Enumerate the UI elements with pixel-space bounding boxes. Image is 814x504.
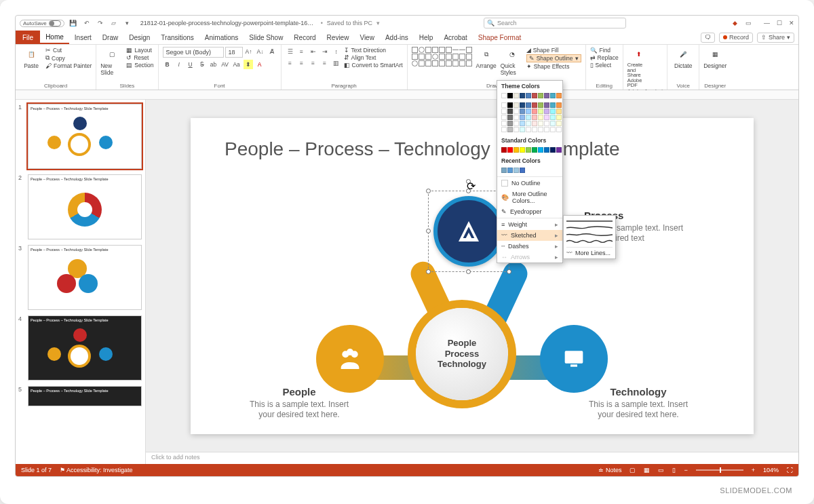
view-slideshow-icon[interactable]: ▯ (672, 467, 676, 473)
record-button[interactable]: Record (719, 33, 753, 43)
eyedropper-item[interactable]: ✎Eyedropper (497, 206, 562, 217)
color-swatch[interactable] (532, 115, 537, 120)
tab-transitions[interactable]: Transitions (155, 31, 199, 44)
color-swatch[interactable] (538, 121, 543, 126)
weight-item[interactable]: ≡Weight▸ (497, 219, 562, 230)
autosave-toggle[interactable]: AutoSave (20, 20, 64, 27)
color-swatch[interactable] (532, 147, 537, 153)
color-swatch[interactable] (556, 127, 562, 132)
dashes-item[interactable]: ┄Dashes▸ (497, 241, 562, 252)
color-swatch[interactable] (501, 168, 507, 173)
color-swatch[interactable] (520, 168, 525, 173)
accessibility-status[interactable]: ⚑ Accessibility: Investigate (60, 467, 133, 473)
color-swatch[interactable] (538, 147, 543, 153)
close-icon[interactable]: ✕ (789, 20, 794, 26)
color-swatch[interactable] (556, 102, 562, 108)
color-swatch[interactable] (501, 115, 507, 120)
slide-counter[interactable]: Slide 1 of 7 (21, 467, 52, 473)
maximize-icon[interactable]: ☐ (777, 20, 782, 26)
color-swatch[interactable] (556, 93, 562, 98)
arrange-button[interactable]: ⧉Arrange (475, 47, 498, 69)
color-swatch[interactable] (513, 102, 519, 108)
grow-font-icon[interactable]: A↑ (244, 47, 254, 56)
color-swatch[interactable] (532, 102, 537, 108)
color-swatch[interactable] (532, 121, 537, 126)
color-swatch[interactable] (556, 121, 562, 126)
sketch-style-straight[interactable] (566, 218, 613, 225)
shrink-font-icon[interactable]: A↓ (256, 47, 265, 56)
more-lines-item[interactable]: 〰More Lines... (566, 247, 613, 256)
new-slide-button[interactable]: ▢New Slide (100, 47, 123, 76)
zoom-slider[interactable] (696, 469, 743, 471)
color-swatch[interactable] (501, 127, 507, 132)
color-swatch[interactable] (513, 147, 519, 153)
sketch-style-curvy[interactable] (566, 225, 613, 231)
section-button[interactable]: ▤ Section (126, 62, 153, 69)
color-swatch[interactable] (538, 93, 543, 98)
shape-gallery[interactable] (412, 47, 472, 66)
replace-button[interactable]: ⇄ Replace (590, 54, 619, 61)
underline-icon[interactable]: U (186, 60, 195, 69)
bullets-icon[interactable]: ☰ (286, 47, 295, 56)
tab-acrobat[interactable]: Acrobat (438, 31, 472, 44)
text-direction-button[interactable]: ↧ Text Direction (344, 47, 403, 54)
notes-pane[interactable]: Click to add notes (146, 452, 798, 464)
color-swatch[interactable] (550, 127, 556, 132)
smartart-button[interactable]: ◧ Convert to SmartArt (344, 62, 403, 69)
color-swatch[interactable] (501, 147, 507, 153)
color-swatch[interactable] (507, 102, 513, 108)
color-swatch[interactable] (538, 115, 543, 120)
color-swatch[interactable] (520, 115, 525, 120)
bold-icon[interactable]: B (163, 60, 172, 69)
color-swatch[interactable] (507, 93, 513, 98)
color-swatch[interactable] (501, 109, 507, 114)
process-circle[interactable] (433, 196, 504, 267)
sketched-item[interactable]: 〰Sketched▸ (497, 230, 562, 241)
no-outline-item[interactable]: No Outline (497, 178, 562, 189)
color-swatch[interactable] (520, 121, 525, 126)
color-swatch[interactable] (520, 93, 525, 98)
search-input[interactable]: 🔍 Search (484, 18, 626, 28)
zoom-in-icon[interactable]: + (752, 467, 755, 473)
color-swatch[interactable] (532, 127, 537, 132)
theme-color-grid[interactable] (497, 92, 562, 101)
layout-button[interactable]: ▦ Layout (126, 47, 153, 54)
shadow-icon[interactable]: ab (209, 60, 218, 69)
color-swatch[interactable] (520, 109, 525, 114)
people-label[interactable]: PeopleThis is a sample text. Insert your… (245, 386, 353, 421)
share-button[interactable]: ⇧ Share ▾ (757, 33, 794, 43)
color-swatch[interactable] (538, 127, 543, 132)
undo-icon[interactable]: ↶ (82, 18, 92, 28)
sketch-style-scribble[interactable] (566, 238, 613, 245)
color-swatch[interactable] (550, 147, 556, 153)
color-swatch[interactable] (507, 147, 513, 153)
more-colors-item[interactable]: 🎨More Outline Colors... (497, 189, 562, 206)
color-swatch[interactable] (513, 168, 519, 173)
align-text-button[interactable]: ⇵ Align Text (344, 54, 403, 61)
fit-icon[interactable]: ⛶ (787, 467, 793, 473)
line-spacing-icon[interactable]: ↕ (332, 47, 341, 56)
font-name-select[interactable]: Segoe UI (Body) (163, 47, 224, 58)
color-swatch[interactable] (550, 93, 556, 98)
highlight-icon[interactable]: ⬍ (244, 60, 253, 69)
select-button[interactable]: ▯ Select (590, 62, 619, 69)
thumbnail-1[interactable]: People – Process – Technology Slide Temp… (28, 104, 142, 169)
italic-icon[interactable]: I (174, 60, 184, 69)
color-swatch[interactable] (513, 93, 519, 98)
copy-button[interactable]: ⧉ Copy (45, 54, 92, 62)
shape-effects-button[interactable]: ✦ Shape Effects (526, 63, 581, 70)
color-swatch[interactable] (526, 127, 531, 132)
indent-dec-icon[interactable]: ⇤ (309, 47, 318, 56)
tab-draw[interactable]: Draw (97, 31, 123, 44)
color-swatch[interactable] (538, 102, 543, 108)
start-show-icon[interactable]: ▱ (109, 18, 119, 28)
color-swatch[interactable] (501, 93, 507, 98)
numbering-icon[interactable]: ≡ (297, 47, 307, 56)
comments-button[interactable]: 🗨 (701, 33, 715, 43)
shape-outline-button[interactable]: ✎ Shape Outline ▾ (526, 54, 581, 62)
font-size-select[interactable]: 18 (225, 47, 243, 58)
color-swatch[interactable] (507, 115, 513, 120)
color-swatch[interactable] (538, 109, 543, 114)
color-swatch[interactable] (520, 127, 525, 132)
color-swatch[interactable] (513, 127, 519, 132)
